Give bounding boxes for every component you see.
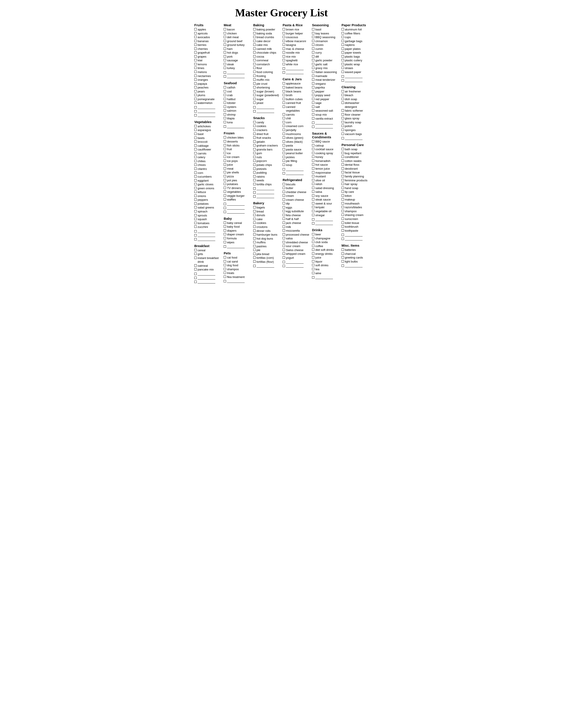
- checkbox[interactable]: [312, 241, 315, 243]
- checkbox[interactable]: [342, 40, 344, 42]
- checkbox[interactable]: [194, 234, 197, 236]
- checkbox[interactable]: [342, 167, 344, 170]
- checkbox[interactable]: [224, 221, 226, 224]
- checkbox[interactable]: [253, 136, 256, 139]
- checkbox[interactable]: [342, 252, 344, 255]
- checkbox[interactable]: [283, 82, 285, 84]
- checkbox[interactable]: [342, 179, 344, 181]
- checkbox[interactable]: [224, 109, 226, 112]
- checkbox[interactable]: [342, 121, 344, 123]
- checkbox[interactable]: [253, 171, 256, 174]
- checkbox[interactable]: [342, 90, 344, 92]
- checkbox[interactable]: [342, 202, 344, 205]
- checkbox[interactable]: [312, 260, 315, 263]
- checkbox[interactable]: [283, 144, 285, 146]
- checkbox[interactable]: [194, 257, 197, 259]
- checkbox[interactable]: [342, 234, 344, 236]
- checkbox[interactable]: [194, 94, 197, 96]
- checkbox[interactable]: [283, 241, 285, 243]
- checkbox[interactable]: [194, 51, 197, 54]
- checkbox[interactable]: [253, 249, 256, 251]
- checkbox[interactable]: [194, 129, 197, 131]
- checkbox[interactable]: [194, 140, 197, 143]
- checkbox[interactable]: [194, 156, 197, 158]
- checkbox[interactable]: [194, 152, 197, 154]
- checkbox[interactable]: [283, 47, 285, 50]
- checkbox[interactable]: [253, 86, 256, 88]
- checkbox[interactable]: [224, 90, 226, 92]
- checkbox[interactable]: [194, 273, 197, 275]
- checkbox[interactable]: [224, 51, 226, 54]
- checkbox[interactable]: [312, 156, 315, 158]
- checkbox[interactable]: [224, 156, 226, 158]
- checkbox[interactable]: [342, 94, 344, 96]
- checkbox[interactable]: [283, 159, 285, 162]
- checkbox[interactable]: [312, 98, 315, 100]
- checkbox[interactable]: [283, 225, 285, 228]
- checkbox[interactable]: [253, 163, 256, 166]
- checkbox[interactable]: [312, 206, 315, 208]
- checkbox[interactable]: [312, 233, 315, 235]
- checkbox[interactable]: [194, 125, 197, 127]
- checkbox[interactable]: [283, 168, 285, 171]
- checkbox[interactable]: [312, 63, 315, 65]
- checkbox[interactable]: [253, 40, 256, 42]
- checkbox[interactable]: [194, 191, 197, 193]
- checkbox[interactable]: [194, 202, 197, 205]
- checkbox[interactable]: [224, 113, 226, 116]
- checkbox[interactable]: [312, 245, 315, 247]
- checkbox[interactable]: [194, 249, 197, 251]
- checkbox[interactable]: [253, 78, 256, 81]
- checkbox[interactable]: [312, 202, 315, 205]
- checkbox[interactable]: [253, 210, 256, 212]
- checkbox[interactable]: [312, 105, 315, 108]
- checkbox[interactable]: [194, 222, 197, 224]
- checkbox[interactable]: [342, 218, 344, 220]
- checkbox[interactable]: [312, 40, 315, 42]
- checkbox[interactable]: [194, 160, 197, 162]
- checkbox[interactable]: [342, 43, 344, 46]
- checkbox[interactable]: [194, 43, 197, 46]
- checkbox[interactable]: [312, 252, 315, 255]
- checkbox[interactable]: [312, 90, 315, 92]
- checkbox[interactable]: [194, 47, 197, 50]
- checkbox[interactable]: [194, 144, 197, 147]
- checkbox[interactable]: [283, 140, 285, 143]
- checkbox[interactable]: [342, 214, 344, 216]
- checkbox[interactable]: [194, 238, 197, 240]
- checkbox[interactable]: [312, 67, 315, 69]
- checkbox[interactable]: [312, 248, 315, 251]
- checkbox[interactable]: [312, 148, 315, 150]
- checkbox[interactable]: [283, 172, 285, 174]
- checkbox[interactable]: [312, 214, 315, 216]
- checkbox[interactable]: [283, 117, 285, 119]
- checkbox[interactable]: [224, 272, 226, 274]
- checkbox[interactable]: [253, 125, 256, 127]
- checkbox[interactable]: [283, 94, 285, 96]
- checkbox[interactable]: [283, 229, 285, 232]
- checkbox[interactable]: [312, 218, 315, 221]
- checkbox[interactable]: [342, 152, 344, 154]
- checkbox[interactable]: [194, 206, 197, 208]
- checkbox[interactable]: [253, 245, 256, 247]
- checkbox[interactable]: [253, 59, 256, 61]
- checkbox[interactable]: [312, 256, 315, 259]
- checkbox[interactable]: [253, 233, 256, 236]
- checkbox[interactable]: [194, 264, 197, 267]
- checkbox[interactable]: [253, 253, 256, 255]
- checkbox[interactable]: [194, 114, 197, 116]
- checkbox[interactable]: [224, 171, 226, 173]
- checkbox[interactable]: [342, 36, 344, 38]
- checkbox[interactable]: [224, 75, 226, 78]
- checkbox[interactable]: [342, 159, 344, 162]
- checkbox[interactable]: [224, 198, 226, 201]
- checkbox[interactable]: [342, 71, 344, 73]
- checkbox[interactable]: [342, 137, 344, 139]
- checkbox[interactable]: [283, 265, 285, 267]
- checkbox[interactable]: [342, 117, 344, 119]
- checkbox[interactable]: [253, 71, 256, 73]
- checkbox[interactable]: [224, 260, 226, 263]
- checkbox[interactable]: [224, 40, 226, 42]
- checkbox[interactable]: [342, 59, 344, 61]
- checkbox[interactable]: [224, 167, 226, 170]
